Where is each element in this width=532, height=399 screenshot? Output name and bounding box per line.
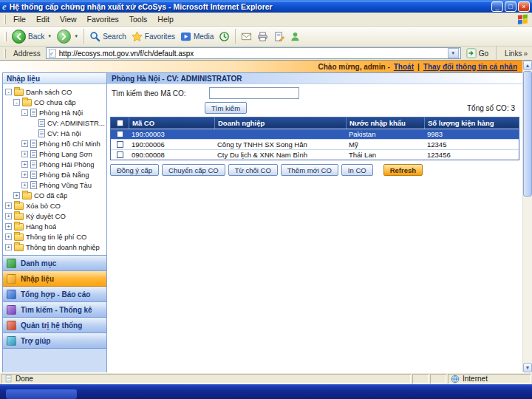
action-button-4[interactable]: Thêm mới CO (281, 164, 338, 176)
tree-item[interactable]: +Phòng Lạng Sơn (3, 149, 106, 159)
minimize-button[interactable]: _ (491, 1, 503, 12)
change-info-link[interactable]: Thay đổi thông tin cá nhân (423, 63, 517, 71)
back-dropdown-icon[interactable]: ▼ (47, 34, 52, 38)
expand-icon[interactable]: + (5, 244, 12, 250)
tree-item[interactable]: +Ký duyệt CO (3, 211, 106, 221)
row-checkbox[interactable] (117, 151, 123, 158)
tree-item[interactable]: -CO chưa cấp (3, 97, 106, 107)
menu-item-view[interactable]: View (55, 13, 82, 25)
collapse-icon[interactable]: - (13, 99, 20, 106)
tree-item[interactable]: +Phòng Vũng Tàu (3, 180, 106, 190)
vertical-scrollbar[interactable]: ▲ ▼ (522, 61, 532, 372)
menu-item-tools[interactable]: Tools (124, 13, 153, 25)
collapse-icon[interactable]: - (5, 89, 12, 95)
address-dropdown-button[interactable]: ▼ (448, 48, 459, 58)
co-table: Mã CODoanh nghiệpNước nhập khẩuSố lượng … (110, 117, 519, 160)
expand-icon[interactable]: + (13, 192, 20, 199)
close-button[interactable]: × (518, 1, 530, 12)
accordion-label: Tìm kiếm - Thống kê (21, 306, 92, 314)
tree-item[interactable]: CV: Hà nội (3, 128, 106, 138)
table-row[interactable]: 190:00006Công ty TNHH SX Song HânMỹ12345 (111, 139, 519, 149)
print-button[interactable] (255, 30, 270, 44)
edit-button[interactable] (271, 30, 287, 44)
select-all-checkbox[interactable] (117, 120, 123, 126)
media-button[interactable]: Media (178, 30, 216, 44)
accordion-button-6[interactable]: Trợ giúp (3, 333, 106, 349)
table-row[interactable]: 090:00008Cty Du lịch & XNK Nam BìnhThái … (111, 149, 519, 160)
tree-item-label: Phòng Hồ Chí Minh (39, 140, 100, 148)
scroll-down-button[interactable]: ▼ (523, 363, 532, 372)
messenger-button[interactable] (287, 30, 303, 44)
mail-button[interactable] (239, 30, 254, 44)
tree-item[interactable]: +Hàng hoá (3, 221, 106, 231)
tree-item[interactable]: +Xóa bỏ CO (3, 200, 106, 211)
forward-dropdown-icon[interactable]: ▼ (74, 34, 78, 38)
address-input[interactable]: e http://ecosys.mot.gov.vn/f/ch/default.… (46, 47, 461, 59)
collapse-icon[interactable]: - (21, 109, 28, 116)
forward-button[interactable]: ▼ (55, 28, 81, 45)
column-header: Mã CO (129, 117, 214, 129)
expand-icon[interactable]: + (21, 151, 28, 157)
address-url[interactable]: http://ecosys.mot.gov.vn/f/ch/default.as… (59, 50, 446, 58)
row-checkbox[interactable] (117, 131, 123, 137)
expand-icon[interactable]: + (21, 161, 28, 168)
table-cell: 123456 (424, 151, 519, 159)
tree-item-label: CO chưa cấp (34, 98, 76, 106)
tree-item[interactable]: +Phòng Hồ Chí Minh (3, 138, 106, 149)
history-button[interactable] (216, 30, 232, 44)
refresh-button[interactable]: Refresh (383, 164, 423, 176)
scroll-thumb[interactable] (523, 71, 532, 197)
expand-icon[interactable]: + (5, 202, 12, 209)
table-row[interactable]: 190:00003Pakistan9983 (111, 129, 519, 139)
page-content: Chào mừng, admin - Thoát | Thay đổi thôn… (0, 61, 522, 372)
logout-link[interactable]: Thoát (394, 63, 414, 71)
scroll-up-button[interactable]: ▲ (523, 61, 532, 70)
action-button-5[interactable]: In CO (341, 164, 373, 176)
menu-items: FileEditViewFavoritesToolsHelp (8, 13, 179, 25)
back-label: Back (28, 33, 44, 41)
tree-item[interactable]: +CO đã cấp (3, 190, 106, 200)
row-checkbox[interactable] (117, 141, 123, 148)
expand-icon[interactable]: + (21, 171, 28, 178)
ie-window: e Hệ thống cấp chứng nhận xuất xứ eCoSys… (0, 0, 532, 399)
tree-item[interactable]: CV: ADMINISTR... (3, 117, 106, 128)
accordion-button-3[interactable]: Tổng hợp - Báo cáo (3, 287, 106, 302)
menu-item-favorites[interactable]: Favorites (82, 13, 124, 25)
tree-item[interactable]: +Phòng Hải Phòng (3, 159, 106, 169)
tree-item[interactable]: +Phòng Đà Nẵng (3, 169, 106, 180)
expand-icon[interactable]: + (5, 213, 12, 219)
menu-item-file[interactable]: File (8, 13, 31, 25)
action-button-2[interactable]: Chuyển cấp CO (162, 164, 225, 176)
accordion-button-5[interactable]: Quản trị hệ thống (3, 318, 106, 333)
expand-icon[interactable]: + (5, 233, 12, 240)
tree-item[interactable]: -Danh sách CO (3, 86, 106, 97)
column-header: Số lượng kiện hàng (424, 117, 519, 129)
menu-item-edit[interactable]: Edit (31, 13, 55, 25)
tree-item[interactable]: +Thông tin doanh nghiệp (3, 242, 106, 252)
favorites-button[interactable]: Favorites (129, 30, 177, 44)
accordion-button-1[interactable]: Danh mục (3, 256, 106, 271)
links-button[interactable]: Links » (502, 50, 531, 58)
expand-icon[interactable]: + (5, 223, 12, 230)
search-input[interactable] (209, 87, 299, 99)
maximize-button[interactable]: □ (505, 1, 516, 12)
menu-item-help[interactable]: Help (152, 13, 179, 25)
accordion-button-4[interactable]: Tìm kiếm - Thống kê (3, 302, 106, 318)
checkbox-cell (111, 131, 129, 137)
taskbar-button[interactable] (6, 389, 77, 399)
go-button[interactable]: Go (464, 48, 491, 58)
expand-icon[interactable]: + (21, 182, 28, 188)
table-cell: 12345 (424, 140, 519, 149)
tree-item[interactable]: +Thông tin lệ phí CO (3, 231, 106, 242)
accordion-button-2[interactable]: Nhập liệu (3, 271, 106, 287)
search-button[interactable]: Search (87, 30, 129, 44)
tree-item[interactable]: -Phòng Hà Nội (3, 107, 106, 117)
back-button[interactable]: Back ▼ (10, 28, 54, 45)
action-button-1[interactable]: Đồng ý cấp (110, 164, 159, 176)
scroll-track[interactable] (523, 197, 532, 363)
action-button-3[interactable]: Từ chối CO (228, 164, 278, 176)
windows-flag-icon (514, 13, 531, 26)
column-header: Nước nhập khẩu (346, 117, 424, 129)
expand-icon[interactable]: + (21, 140, 28, 147)
search-submit-button[interactable]: Tìm kiếm (205, 102, 247, 114)
